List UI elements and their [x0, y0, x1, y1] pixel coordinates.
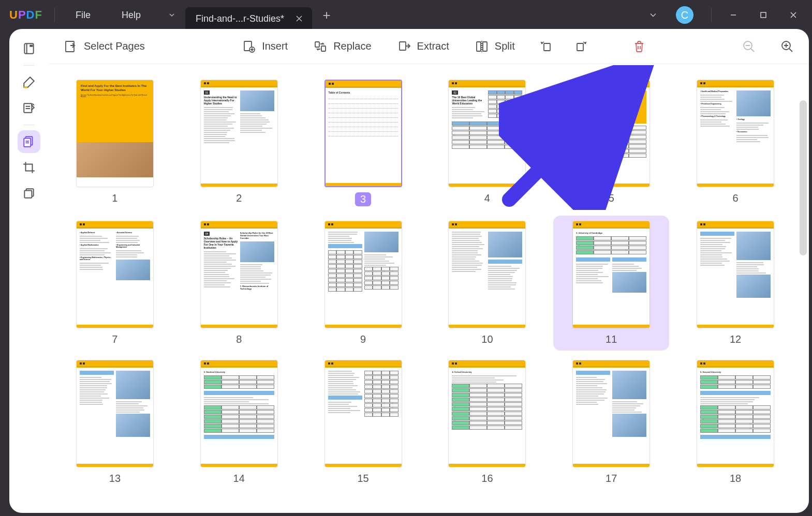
- page-thumbnail[interactable]: 2. University of Cambridge11: [553, 216, 669, 351]
- page-thumbnail[interactable]: 03Look at the Fact Checklist – Where the…: [558, 80, 664, 206]
- rotate-left-icon: [540, 40, 554, 53]
- zoom-in-icon: [780, 40, 794, 53]
- scrollbar-thumb[interactable]: [800, 100, 807, 255]
- document-tab[interactable]: Find-and-...r-Studies*: [185, 7, 312, 30]
- titlebar: UPDF File Help Find-and-...r-Studies* + …: [0, 0, 812, 30]
- thumbnail-image: 3. Stanford University: [200, 360, 278, 467]
- extract-button[interactable]: Extract: [392, 36, 454, 57]
- label: Insert: [262, 40, 288, 52]
- tab-close-button[interactable]: [291, 11, 307, 26]
- svg-rect-11: [315, 42, 319, 47]
- thumbnail-image: • Health and Medical Preparation• Petrol…: [697, 80, 774, 187]
- new-tab-button[interactable]: +: [316, 5, 337, 25]
- menu-file[interactable]: File: [60, 10, 106, 21]
- sidebar-edit[interactable]: [18, 97, 40, 119]
- main-shell: Select Pages Insert Replace Extract Spli…: [9, 29, 809, 513]
- zoom-out-button[interactable]: [737, 35, 760, 58]
- page-number: 3: [355, 192, 371, 206]
- page-thumbnail[interactable]: 04Scholarship Rules – An Overview and Ho…: [186, 221, 292, 345]
- crop-icon: [22, 161, 36, 174]
- page-number: 13: [109, 473, 121, 484]
- page-number: 16: [481, 473, 493, 484]
- page-number: 5: [609, 192, 614, 204]
- thumbnail-grid: Find and Apply For the Best Institutes I…: [62, 80, 788, 484]
- svg-rect-3: [24, 103, 32, 112]
- user-avatar[interactable]: C: [676, 6, 693, 24]
- svg-rect-14: [477, 42, 481, 51]
- insert-icon: [242, 40, 256, 53]
- book-icon: [22, 42, 36, 55]
- page-thumbnail[interactable]: 3. Stanford University14: [186, 360, 292, 484]
- page-number: 9: [360, 333, 366, 345]
- insert-button[interactable]: Insert: [237, 36, 293, 57]
- page-thumbnail[interactable]: • Health and Medical Preparation• Petrol…: [683, 80, 788, 206]
- zoom-in-button[interactable]: [776, 35, 799, 58]
- maximize-button[interactable]: [750, 5, 777, 25]
- highlighter-icon: [22, 75, 36, 89]
- page-number: 18: [730, 473, 741, 484]
- thumbnail-image: 01Understanding the Need to Apply Intern…: [200, 80, 278, 187]
- page-thumbnail[interactable]: 10: [434, 221, 540, 345]
- trash-icon: [632, 40, 646, 53]
- page-thumbnail[interactable]: 15: [311, 360, 416, 484]
- rotate-left-button[interactable]: [536, 35, 558, 58]
- page-number: 6: [733, 192, 739, 204]
- close-button[interactable]: [780, 5, 807, 25]
- delete-button[interactable]: [628, 35, 651, 58]
- sidebar-batch[interactable]: [18, 182, 40, 205]
- page-number: 7: [112, 333, 117, 345]
- page-thumbnail[interactable]: Find and Apply For the Best Institutes I…: [62, 80, 168, 206]
- sidebar-reader[interactable]: [18, 37, 40, 60]
- page-number: 17: [606, 473, 617, 484]
- thumbnail-image: [76, 360, 154, 467]
- thumbnail-image: Table of Contents: [324, 80, 402, 187]
- app-menu-dropdown[interactable]: [643, 5, 663, 25]
- left-sidebar: [9, 29, 49, 513]
- page-number: 14: [233, 473, 245, 484]
- sidebar-comment[interactable]: [18, 71, 40, 94]
- page-thumbnail[interactable]: 4. Oxford University16: [434, 360, 540, 484]
- tabbar: Find-and-...r-Studies* +: [161, 0, 337, 30]
- sidebar-organize-pages[interactable]: [18, 130, 40, 153]
- page-thumbnail[interactable]: 13: [62, 360, 168, 484]
- thumbnail-image: Find and Apply For the Best Institutes I…: [76, 80, 154, 187]
- page-number: 4: [484, 192, 490, 204]
- svg-rect-8: [66, 41, 74, 52]
- divider: [54, 8, 55, 22]
- page-thumbnail[interactable]: 12: [683, 221, 788, 345]
- tab-dropdown[interactable]: [161, 5, 182, 25]
- page-thumbnail[interactable]: 5. Harvard University18: [683, 360, 788, 484]
- rotate-right-button[interactable]: [569, 35, 592, 58]
- page-number: 1: [112, 192, 117, 204]
- select-pages-button[interactable]: Select Pages: [59, 36, 150, 57]
- page-number: 10: [481, 333, 493, 345]
- minimize-button[interactable]: [720, 5, 747, 25]
- thumbnail-image: • Applied Defence• Applied Mathematics• …: [76, 221, 154, 328]
- window-controls: C: [643, 5, 807, 25]
- thumbnail-image: 2. University of Cambridge: [572, 221, 650, 328]
- page-thumbnail[interactable]: 17: [558, 360, 664, 484]
- page-thumbnail[interactable]: 01Understanding the Need to Apply Intern…: [186, 80, 292, 206]
- thumbnail-image: [448, 221, 526, 328]
- svg-rect-16: [544, 43, 550, 51]
- svg-rect-13: [400, 42, 406, 50]
- page-thumbnail[interactable]: Table of Contents3: [311, 80, 416, 206]
- replace-button[interactable]: Replace: [308, 36, 376, 57]
- sidebar-crop[interactable]: [18, 156, 40, 179]
- svg-rect-15: [483, 42, 487, 51]
- page-thumbnail[interactable]: • Applied Defence• Applied Mathematics• …: [62, 221, 168, 345]
- thumbnail-image: [324, 221, 402, 328]
- thumbnail-image: 5. Harvard University: [697, 360, 774, 467]
- select-icon: [64, 40, 78, 53]
- page-thumbnail[interactable]: 9: [311, 221, 416, 345]
- thumbnail-image: [572, 360, 650, 467]
- page-thumbnail[interactable]: 02The 10 Best Global Universities Leadin…: [434, 80, 540, 206]
- label: Split: [495, 40, 515, 52]
- label: Replace: [333, 40, 371, 52]
- page-number: 8: [236, 333, 242, 345]
- extract-icon: [397, 40, 411, 53]
- split-button[interactable]: Split: [470, 36, 520, 57]
- menu-help[interactable]: Help: [106, 10, 156, 21]
- app-logo: UPDF: [9, 8, 42, 22]
- separator: [24, 125, 34, 125]
